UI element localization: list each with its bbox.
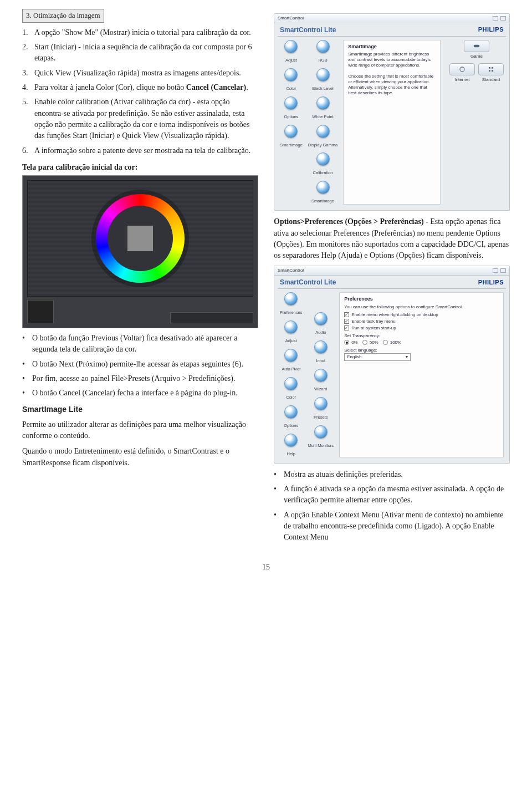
- step-text: Quick View (Visualização rápida) mostra …: [34, 68, 258, 79]
- color-icon[interactable]: [284, 68, 298, 82]
- radio-50[interactable]: 50%: [362, 340, 378, 345]
- game-button[interactable]: [464, 40, 489, 52]
- window-help-icon[interactable]: [493, 268, 498, 273]
- bullet-icon: •: [274, 510, 284, 543]
- left-column: 3. Otimização da imagem 1.A opção "Show …: [22, 9, 258, 547]
- nav-label: Wizard: [314, 386, 327, 393]
- step-text: A informação sobre a patente deve ser mo…: [34, 145, 258, 156]
- input-icon[interactable]: [314, 340, 328, 354]
- nav-col-2: RGB Black Level White Point Display Gamm…: [308, 40, 337, 205]
- brand-label: SmartControl Lite: [280, 26, 336, 35]
- nav-label: Multi Monitors: [308, 443, 334, 449]
- nav-label: SmartImage: [311, 199, 334, 205]
- nav-label: Input: [316, 358, 325, 364]
- blacklevel-icon[interactable]: [316, 68, 330, 82]
- list-number: 2.: [22, 42, 34, 64]
- smartimage-lite-heading: SmartImage Lite: [22, 404, 258, 415]
- options-preferences-paragraph: Options>Preferences (Opções > Preferênci…: [274, 216, 510, 261]
- language-select[interactable]: English▾: [344, 353, 411, 361]
- button-label: Standard: [482, 77, 500, 83]
- nav-label: Black Level: [312, 86, 333, 92]
- svg-rect-3: [492, 67, 493, 68]
- nav-label: Color: [286, 395, 296, 401]
- check-enable-tray[interactable]: ✓Enable task tray menu: [344, 319, 499, 324]
- nav-label: Calibration: [313, 170, 333, 176]
- window-close-icon[interactable]: [500, 268, 506, 273]
- radio-100[interactable]: 100%: [383, 340, 401, 345]
- smartimage-sub-icon[interactable]: [316, 181, 330, 194]
- radio-label: 50%: [370, 340, 378, 345]
- audio-icon[interactable]: [314, 312, 328, 325]
- svg-rect-4: [489, 70, 490, 72]
- color-wheel: [96, 194, 185, 283]
- panel-title: SmartImage: [348, 44, 436, 50]
- nav-label: Display Gamma: [308, 143, 337, 149]
- check-enable-context[interactable]: ✓Enable menu when right-clicking on desk…: [344, 312, 499, 318]
- bullet-icon: •: [22, 373, 32, 384]
- help-icon[interactable]: [284, 434, 298, 447]
- calibration-screenshot: [22, 175, 258, 328]
- nav-label: SmartImage: [280, 143, 303, 149]
- check-label: Run at system start-up: [351, 325, 396, 331]
- svg-point-1: [460, 67, 464, 71]
- multimonitors-icon[interactable]: [314, 425, 328, 439]
- whitepoint-icon[interactable]: [316, 96, 330, 110]
- presets-icon[interactable]: [314, 397, 328, 410]
- bullet-text: A função é ativada se a opção da mesma e…: [284, 484, 510, 506]
- nav-label: Preferences: [280, 310, 302, 316]
- bullet-text: O botão Cancel (Cancelar) fecha a interf…: [32, 388, 258, 399]
- gray-swatch: [127, 226, 153, 251]
- preferences-icon[interactable]: [284, 292, 298, 306]
- footer-label-box: [170, 312, 253, 323]
- list-number: 4.: [22, 82, 34, 93]
- step-text: A opção "Show Me" (Mostrar) inicia o tut…: [34, 27, 258, 38]
- calibration-stage: [27, 180, 253, 297]
- smartcontrol-smartimage-screenshot: SmartControl SmartControl Lite PHILIPS A…: [274, 13, 510, 211]
- list-number: 5.: [22, 96, 34, 141]
- bullet-list-2: •Mostra as atuais definições preferidas.…: [274, 469, 510, 543]
- check-run-startup[interactable]: ✓Run at system start-up: [344, 325, 499, 331]
- bullet-text: O botão Next (Próximo) permite-lhe acess…: [32, 359, 258, 370]
- list-number: 3.: [22, 68, 34, 79]
- window-close-icon[interactable]: [500, 16, 506, 21]
- nav-label: RGB: [318, 58, 327, 64]
- nav-col-2: Audio Input Wizard Presets Multi Monitor…: [308, 292, 334, 457]
- list-number: 6.: [22, 145, 34, 156]
- color-icon[interactable]: [284, 377, 298, 390]
- nav-label: Auto Pivot: [282, 367, 300, 373]
- check-label: Enable task tray menu: [351, 319, 396, 324]
- adjust-icon[interactable]: [284, 40, 298, 53]
- bullet-list-1: •O botão da função Previous (Voltar) fic…: [22, 333, 258, 399]
- bullet-text: Mostra as atuais definições preferidas.: [284, 469, 510, 480]
- nav-label: Audio: [315, 330, 326, 336]
- calibration-heading: Tela para calibração inicial da cor:: [22, 162, 258, 173]
- radio-label: 0%: [351, 340, 358, 345]
- smartimage-icon[interactable]: [284, 125, 298, 138]
- window-help-icon[interactable]: [493, 16, 498, 21]
- adjust-icon[interactable]: [284, 320, 298, 334]
- smartimage-panel: SmartImage SmartImage provides different…: [343, 40, 441, 205]
- wizard-icon[interactable]: [314, 369, 328, 382]
- thumbnail-box: [27, 300, 54, 323]
- philips-logo: PHILIPS: [478, 278, 504, 287]
- philips-logo: PHILIPS: [478, 26, 504, 34]
- page: 3. Otimização da imagem 1.A opção "Show …: [0, 0, 532, 558]
- step-text: Start (Iniciar) - inicia a sequência de …: [34, 42, 258, 64]
- select-value: English: [347, 354, 361, 360]
- nav-label: Color: [286, 86, 296, 92]
- options-icon[interactable]: [284, 405, 298, 419]
- radio-0[interactable]: 0%: [344, 340, 358, 345]
- rgb-icon[interactable]: [316, 40, 330, 53]
- gamma-icon[interactable]: [316, 125, 330, 138]
- standard-button[interactable]: [478, 63, 504, 75]
- calibration-icon[interactable]: [316, 152, 330, 166]
- radio-label: 100%: [390, 340, 401, 345]
- options-icon[interactable]: [284, 96, 298, 110]
- lang-label: Select language:: [344, 348, 499, 353]
- autopivot-icon[interactable]: [284, 349, 298, 362]
- bullet-icon: •: [22, 359, 32, 370]
- nav-label: Adjust: [285, 338, 297, 344]
- internet-button[interactable]: [449, 63, 475, 75]
- step-text: Para voltar à janela Color (Cor), clique…: [34, 82, 258, 93]
- lead-bold: Options>Preferences (Opções > Preferênci…: [274, 217, 424, 226]
